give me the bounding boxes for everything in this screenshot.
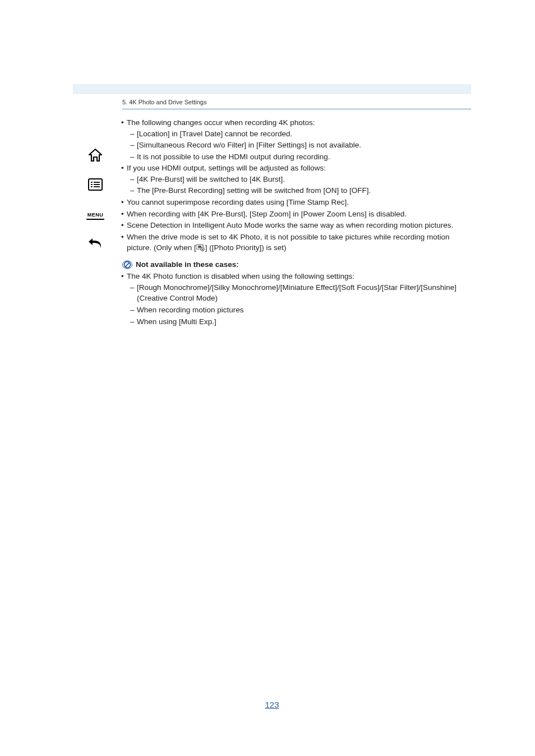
list-item: The 4K Photo function is disabled when u… xyxy=(122,271,465,327)
list-item: When the drive mode is set to 4K Photo, … xyxy=(122,232,465,253)
home-icon[interactable] xyxy=(86,146,105,165)
na-text: The 4K Photo function is disabled when u… xyxy=(127,272,354,280)
list-item: When using [Multi Exp.] xyxy=(130,316,465,328)
not-available-heading: Not available in these cases: xyxy=(122,259,465,270)
sub-list: [Rough Monochrome]/[Silky Monochrome]/[M… xyxy=(130,282,465,327)
header-band xyxy=(73,84,471,94)
page-number[interactable]: 123 xyxy=(73,700,471,709)
menu-button[interactable]: MENU xyxy=(86,204,105,223)
na-list: The 4K Photo function is disabled when u… xyxy=(122,271,465,327)
list-item: It is not possible to use the HDMI outpu… xyxy=(130,151,465,163)
svg-point-3 xyxy=(202,248,204,250)
svg-rect-1 xyxy=(198,246,201,248)
list-item: When recording motion pictures xyxy=(130,305,465,316)
list-item: When recording with [4K Pre-Burst], [Ste… xyxy=(122,209,465,220)
notes-list: The following changes occur when recordi… xyxy=(122,117,465,253)
menu-label: MENU xyxy=(86,208,105,220)
sidebar: MENU xyxy=(84,146,107,252)
back-icon[interactable] xyxy=(86,233,105,252)
list-item: Scene Detection in Intelligent Auto Mode… xyxy=(122,220,465,231)
prohibit-icon xyxy=(122,260,132,270)
section-title: 5. 4K Photo and Drive Settings xyxy=(73,94,471,109)
section-rule xyxy=(122,109,471,109)
note-text-b: ] ([Photo Priority]) is set) xyxy=(205,243,287,252)
list-item: [Location] in [Travel Date] cannot be re… xyxy=(130,128,465,140)
list-item: The following changes occur when recordi… xyxy=(122,117,465,162)
list-item: [Simultaneous Record w/o Filter] in [Fil… xyxy=(130,140,465,151)
document-page: 5. 4K Photo and Drive Settings The follo… xyxy=(73,84,471,328)
note-text: If you use HDMI output, settings will be… xyxy=(127,164,326,172)
sub-list: [4K Pre-Burst] will be switched to [4K B… xyxy=(130,174,465,196)
list-item: [4K Pre-Burst] will be switched to [4K B… xyxy=(130,174,465,185)
list-item: The [Pre-Burst Recording] setting will b… xyxy=(130,185,465,196)
not-available-title: Not available in these cases: xyxy=(136,259,239,270)
photo-priority-icon xyxy=(196,244,205,251)
list-item: [Rough Monochrome]/[Silky Monochrome]/[M… xyxy=(130,282,465,304)
note-text: The following changes occur when recordi… xyxy=(127,118,315,127)
list-item: If you use HDMI output, settings will be… xyxy=(122,163,465,196)
content-area: The following changes occur when recordi… xyxy=(73,117,471,327)
list-item: You cannot superimpose recording dates u… xyxy=(122,197,465,208)
sub-list: [Location] in [Travel Date] cannot be re… xyxy=(130,128,465,163)
contents-icon[interactable] xyxy=(86,175,105,194)
svg-line-6 xyxy=(125,262,130,267)
note-text-a: When the drive mode is set to 4K Photo, … xyxy=(127,233,450,252)
